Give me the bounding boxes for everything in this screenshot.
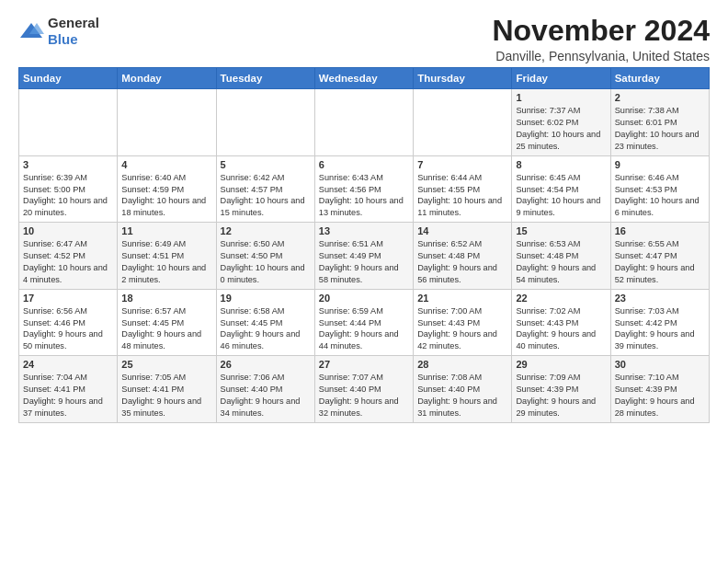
day-info-line: Daylight: 9 hours and 52 minutes. xyxy=(615,263,695,284)
day-number: 25 xyxy=(121,359,211,370)
day-info-line: Daylight: 9 hours and 58 minutes. xyxy=(319,263,399,284)
day-info-line: Sunset: 4:40 PM xyxy=(221,385,283,394)
day-info-line: Sunrise: 6:50 AM xyxy=(221,239,285,248)
day-info-line: Daylight: 9 hours and 50 minutes. xyxy=(23,329,103,350)
day-number: 2 xyxy=(615,92,705,103)
calendar-cell xyxy=(314,89,413,156)
calendar-cell: 1Sunrise: 7:37 AMSunset: 6:02 PMDaylight… xyxy=(512,89,610,156)
col-monday: Monday xyxy=(118,68,216,89)
day-info-line: Daylight: 10 hours and 25 minutes. xyxy=(516,130,600,151)
day-info-line: Sunrise: 7:03 AM xyxy=(615,306,679,316)
day-info: Sunrise: 7:08 AMSunset: 4:40 PMDaylight:… xyxy=(417,372,507,419)
day-info-line: Sunrise: 6:56 AM xyxy=(23,306,87,316)
day-info-line: Sunset: 4:49 PM xyxy=(319,251,381,260)
day-info-line: Sunrise: 6:44 AM xyxy=(417,173,482,182)
header-row: Sunday Monday Tuesday Wednesday Thursday… xyxy=(19,68,710,89)
day-info-line: Sunset: 4:59 PM xyxy=(121,185,184,194)
day-info-line: Daylight: 9 hours and 35 minutes. xyxy=(121,396,201,418)
calendar-cell: 18Sunrise: 6:57 AMSunset: 4:45 PMDayligh… xyxy=(118,289,216,356)
calendar-cell: 17Sunrise: 6:56 AMSunset: 4:46 PMDayligh… xyxy=(19,289,118,356)
calendar-cell: 19Sunrise: 6:58 AMSunset: 4:45 PMDayligh… xyxy=(216,289,314,356)
day-number: 5 xyxy=(221,159,311,170)
calendar-cell: 14Sunrise: 6:52 AMSunset: 4:48 PMDayligh… xyxy=(414,223,512,290)
day-info-line: Sunset: 4:55 PM xyxy=(417,185,480,194)
calendar-table: Sunday Monday Tuesday Wednesday Thursday… xyxy=(18,67,710,423)
day-info-line: Sunset: 4:54 PM xyxy=(516,185,578,194)
day-info: Sunrise: 7:02 AMSunset: 4:43 PMDaylight:… xyxy=(516,305,606,353)
day-info-line: Sunrise: 6:49 AM xyxy=(121,239,186,248)
calendar-week-3: 10Sunrise: 6:47 AMSunset: 4:52 PMDayligh… xyxy=(19,223,710,290)
calendar-cell: 10Sunrise: 6:47 AMSunset: 4:52 PMDayligh… xyxy=(19,223,118,290)
day-info-line: Sunrise: 6:40 AM xyxy=(121,173,186,182)
calendar-cell: 9Sunrise: 6:46 AMSunset: 4:53 PMDaylight… xyxy=(610,155,709,223)
calendar-cell: 23Sunrise: 7:03 AMSunset: 4:42 PMDayligh… xyxy=(610,289,709,356)
calendar-cell: 12Sunrise: 6:50 AMSunset: 4:50 PMDayligh… xyxy=(216,223,314,290)
day-info-line: Sunrise: 7:10 AM xyxy=(615,373,679,382)
col-friday: Friday xyxy=(512,68,610,89)
day-number: 26 xyxy=(221,359,311,370)
header: General Blue November 2024 Danville, Pen… xyxy=(18,15,710,63)
logo: General Blue xyxy=(18,15,99,48)
day-number: 13 xyxy=(319,225,409,236)
day-info-line: Sunset: 4:53 PM xyxy=(615,185,677,194)
calendar-cell: 28Sunrise: 7:08 AMSunset: 4:40 PMDayligh… xyxy=(414,356,512,423)
day-info-line: Daylight: 9 hours and 31 minutes. xyxy=(417,396,497,418)
day-info-line: Sunrise: 7:04 AM xyxy=(23,373,87,382)
day-info: Sunrise: 7:00 AMSunset: 4:43 PMDaylight:… xyxy=(417,305,507,353)
day-info-line: Daylight: 10 hours and 15 minutes. xyxy=(221,196,305,217)
month-title: November 2024 xyxy=(492,15,710,47)
day-info-line: Daylight: 10 hours and 13 minutes. xyxy=(319,196,404,217)
day-info-line: Sunset: 6:02 PM xyxy=(516,118,578,127)
day-info-line: Sunrise: 6:43 AM xyxy=(319,173,383,182)
day-number: 21 xyxy=(417,293,507,304)
day-info: Sunrise: 7:03 AMSunset: 4:42 PMDaylight:… xyxy=(615,305,705,353)
logo-general: General xyxy=(48,15,99,30)
calendar-cell: 22Sunrise: 7:02 AMSunset: 4:43 PMDayligh… xyxy=(512,289,610,356)
day-info-line: Daylight: 10 hours and 2 minutes. xyxy=(121,263,206,284)
day-info-line: Sunset: 4:48 PM xyxy=(417,251,480,260)
day-info: Sunrise: 6:50 AMSunset: 4:50 PMDaylight:… xyxy=(221,238,311,286)
day-info: Sunrise: 6:46 AMSunset: 4:53 PMDaylight:… xyxy=(615,172,705,220)
calendar-week-2: 3Sunrise: 6:39 AMSunset: 5:00 PMDaylight… xyxy=(19,155,710,223)
calendar-cell: 29Sunrise: 7:09 AMSunset: 4:39 PMDayligh… xyxy=(512,356,610,423)
day-info: Sunrise: 6:45 AMSunset: 4:54 PMDaylight:… xyxy=(516,172,606,220)
col-saturday: Saturday xyxy=(610,68,709,89)
day-info: Sunrise: 7:04 AMSunset: 4:41 PMDaylight:… xyxy=(23,372,113,419)
calendar-cell: 11Sunrise: 6:49 AMSunset: 4:51 PMDayligh… xyxy=(118,223,216,290)
day-number: 4 xyxy=(121,159,211,170)
calendar-cell: 24Sunrise: 7:04 AMSunset: 4:41 PMDayligh… xyxy=(19,356,118,423)
day-number: 3 xyxy=(23,159,113,170)
day-info-line: Sunset: 6:01 PM xyxy=(615,118,677,127)
day-info-line: Sunrise: 6:53 AM xyxy=(516,239,580,248)
day-number: 27 xyxy=(319,359,409,370)
day-info-line: Daylight: 9 hours and 32 minutes. xyxy=(319,396,399,418)
calendar-cell: 25Sunrise: 7:05 AMSunset: 4:41 PMDayligh… xyxy=(118,356,216,423)
day-info-line: Sunset: 4:43 PM xyxy=(516,318,578,327)
day-info-line: Daylight: 9 hours and 34 minutes. xyxy=(221,396,301,418)
day-number: 1 xyxy=(516,92,606,103)
day-number: 22 xyxy=(516,293,606,304)
day-number: 29 xyxy=(516,359,606,370)
day-info: Sunrise: 6:43 AMSunset: 4:56 PMDaylight:… xyxy=(319,172,409,220)
day-number: 24 xyxy=(23,359,113,370)
col-tuesday: Tuesday xyxy=(216,68,314,89)
day-info-line: Sunrise: 6:59 AM xyxy=(319,306,383,316)
calendar-cell: 16Sunrise: 6:55 AMSunset: 4:47 PMDayligh… xyxy=(610,223,709,290)
day-info: Sunrise: 6:59 AMSunset: 4:44 PMDaylight:… xyxy=(319,305,409,353)
day-info-line: Sunset: 4:57 PM xyxy=(221,185,283,194)
day-info-line: Sunset: 4:44 PM xyxy=(319,318,381,327)
day-info-line: Daylight: 9 hours and 48 minutes. xyxy=(121,329,201,350)
day-info: Sunrise: 6:42 AMSunset: 4:57 PMDaylight:… xyxy=(221,172,311,220)
day-info: Sunrise: 6:53 AMSunset: 4:48 PMDaylight:… xyxy=(516,238,606,286)
day-info-line: Sunrise: 6:42 AM xyxy=(221,173,285,182)
day-info-line: Sunset: 4:41 PM xyxy=(23,385,85,394)
day-info-line: Daylight: 9 hours and 40 minutes. xyxy=(516,329,596,350)
day-info: Sunrise: 6:55 AMSunset: 4:47 PMDaylight:… xyxy=(615,238,705,286)
calendar-week-5: 24Sunrise: 7:04 AMSunset: 4:41 PMDayligh… xyxy=(19,356,710,423)
calendar-cell: 3Sunrise: 6:39 AMSunset: 5:00 PMDaylight… xyxy=(19,155,118,223)
col-thursday: Thursday xyxy=(414,68,512,89)
day-info-line: Sunrise: 6:51 AM xyxy=(319,239,383,248)
day-info-line: Sunset: 4:56 PM xyxy=(319,185,381,194)
day-number: 15 xyxy=(516,225,606,236)
day-info-line: Sunrise: 6:58 AM xyxy=(221,306,285,316)
